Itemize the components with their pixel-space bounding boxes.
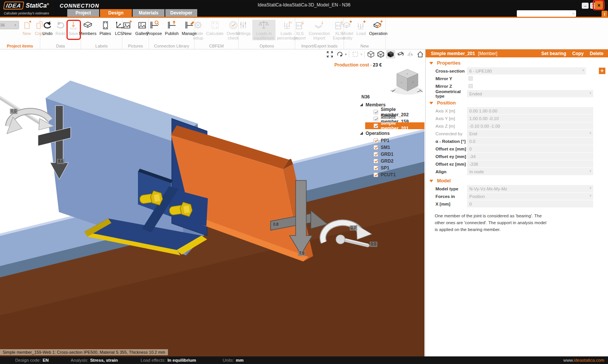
offset-ex-field[interactable]: 0: [467, 145, 593, 152]
search-input[interactable]: [518, 11, 572, 16]
new-load-button[interactable]: Load: [355, 20, 367, 36]
chevron-down-icon[interactable]: ▼: [344, 53, 347, 56]
loads-in-equilibrium-toggle[interactable]: Loads in equilibrium: [252, 20, 276, 40]
tree-item-pcut1[interactable]: PCUT1: [374, 171, 423, 178]
tree-item-sm1[interactable]: SM1: [374, 144, 423, 151]
add-cross-section-button[interactable]: +: [599, 68, 605, 74]
checkbox-checked-orange[interactable]: [374, 138, 378, 143]
delete-member-button[interactable]: Delete: [590, 51, 603, 56]
code-setup-button[interactable]: Code setup: [192, 20, 205, 40]
new-operation-button[interactable]: Operation: [367, 20, 389, 36]
axis-y-field[interactable]: 1.00 0.00 -0.10: [467, 115, 593, 122]
section-properties[interactable]: Properties: [429, 60, 608, 66]
set-bearing-button[interactable]: Set bearing: [542, 51, 566, 56]
forces-in-select[interactable]: Position: [467, 193, 593, 200]
expander-icon[interactable]: [360, 132, 363, 135]
mirror-y-checkbox[interactable]: [469, 76, 473, 81]
production-cost: Production cost-23 €: [334, 62, 382, 68]
scales-icon: [259, 20, 269, 30]
expander-icon[interactable]: [360, 103, 363, 106]
bearing-info-note: One member of the joint is considered as…: [435, 213, 548, 233]
zoom-fit-icon[interactable]: [325, 50, 334, 59]
alpha-rotation-field[interactable]: 0.0: [467, 138, 593, 145]
home-view-icon[interactable]: [416, 50, 424, 59]
cross-section-select[interactable]: 6 - UPE180: [467, 67, 586, 74]
tree-item-member-159[interactable]: Simple member_159: [374, 116, 423, 122]
new-model-entity-button[interactable]: Model entity: [340, 20, 355, 40]
selection-box-icon[interactable]: [351, 50, 360, 59]
tab-developer[interactable]: Developer: [165, 9, 197, 17]
section-position[interactable]: Position: [429, 100, 608, 106]
tree-item-member-201-selected[interactable]: Simple member_201: [365, 122, 424, 129]
info-button[interactable]: i: [602, 11, 608, 17]
offset-ez-field[interactable]: -338: [467, 160, 593, 168]
redo-button[interactable]: Redo: [54, 20, 67, 36]
new-picture-button[interactable]: New: [121, 20, 134, 36]
checkbox-checked-orange[interactable]: [374, 173, 378, 177]
production-cost-value: 23 €: [373, 62, 382, 68]
x-mm-field[interactable]: 0: [467, 200, 593, 207]
tree-item-pp1[interactable]: PP1: [374, 137, 423, 144]
collapse-triangle-icon: [429, 62, 433, 65]
search-box[interactable]: [517, 10, 576, 17]
tab-project[interactable]: Project: [67, 9, 99, 17]
geometrical-type-select[interactable]: Ended: [467, 90, 593, 97]
selected-object-title: Simple member_201: [431, 51, 475, 56]
tree-item-grd1[interactable]: GRD1: [374, 151, 423, 158]
mirror-view-icon[interactable]: [406, 50, 415, 59]
copy-member-button[interactable]: Copy: [572, 51, 584, 56]
checkbox-checked-gray[interactable]: [374, 117, 378, 121]
section-model[interactable]: Model: [429, 177, 608, 184]
wireframe-view-icon[interactable]: [366, 50, 375, 59]
tree-group-operations[interactable]: Operations: [360, 130, 423, 136]
design-code-value: EN: [43, 358, 49, 362]
3d-viewport[interactable]: z x y ▼ ▼: [0, 49, 424, 356]
publish-button[interactable]: Publish: [163, 20, 180, 36]
properties-panel: Simple member_201 [Member] Set bearing C…: [425, 49, 608, 356]
tree-item-sp1[interactable]: SP1: [374, 165, 423, 171]
axis-z-field[interactable]: -0.10 0.00 -1.00: [467, 122, 593, 130]
mirror-z-checkbox[interactable]: [469, 84, 473, 88]
connection-import-button[interactable]: Connection Import: [307, 20, 331, 40]
propose-button[interactable]: Propose: [145, 20, 163, 36]
project-selector[interactable]: N36▼: [0, 20, 21, 29]
row-mirror-y: Mirror Y: [435, 75, 608, 82]
tab-design[interactable]: Design: [100, 9, 132, 17]
tree-item-grd2[interactable]: GRD2: [374, 158, 423, 165]
tab-materials[interactable]: Materials: [133, 9, 165, 17]
website-link[interactable]: www.ideastatica.com: [564, 358, 604, 362]
align-select[interactable]: In node: [467, 168, 593, 175]
row-geometrical-type: Geometrical type Ended: [435, 90, 608, 97]
offset-ey-field[interactable]: -34: [467, 153, 593, 160]
checkbox-checked-gray[interactable]: [374, 110, 378, 114]
checkbox-checked-orange[interactable]: [374, 145, 378, 150]
new-project-item-button[interactable]: New: [21, 20, 33, 36]
checkbox-checked-orange[interactable]: [374, 159, 378, 163]
members-labels-button[interactable]: Members: [78, 20, 98, 36]
calculate-button[interactable]: +×÷= Calculate: [205, 20, 225, 36]
transparent-view-icon[interactable]: [376, 50, 385, 59]
plates-labels-button[interactable]: Plates: [98, 20, 113, 36]
minimize-button[interactable]: –: [582, 3, 589, 9]
undo-button[interactable]: Undo: [41, 20, 54, 36]
ribbon-group-cbfem: Code setup +×÷= Calculate Overall check …: [195, 18, 239, 49]
checkbox-checked-orange[interactable]: [374, 123, 378, 128]
chevron-down-icon[interactable]: ▼: [360, 53, 363, 56]
checkbox-checked-orange[interactable]: [374, 152, 378, 157]
panel-header: Simple member_201 [Member] Set bearing C…: [426, 49, 608, 57]
connected-by-select[interactable]: End: [467, 130, 593, 137]
rotate-view-icon[interactable]: [335, 50, 344, 59]
tree-root-node[interactable]: N36: [361, 94, 423, 100]
settings-button[interactable]: Settings: [234, 20, 252, 36]
solid-view-icon[interactable]: [386, 50, 395, 59]
close-button[interactable]: ×: [595, 1, 603, 9]
checkbox-checked-orange[interactable]: [374, 166, 378, 170]
load-value-chip: 8.6: [57, 159, 65, 164]
row-connected-by: Connected by End: [435, 130, 608, 137]
exploded-view-icon[interactable]: [396, 50, 405, 59]
model-type-select[interactable]: N-Vy-Vz-Mx-My-Mz: [467, 185, 593, 192]
svg-text:%: %: [289, 21, 292, 24]
xls-import-button[interactable]: XLS XLS Import: [292, 20, 307, 40]
axis-x-field[interactable]: 0.00 1.00 0.00: [467, 107, 593, 114]
product-name: CONNECTION: [60, 3, 99, 9]
